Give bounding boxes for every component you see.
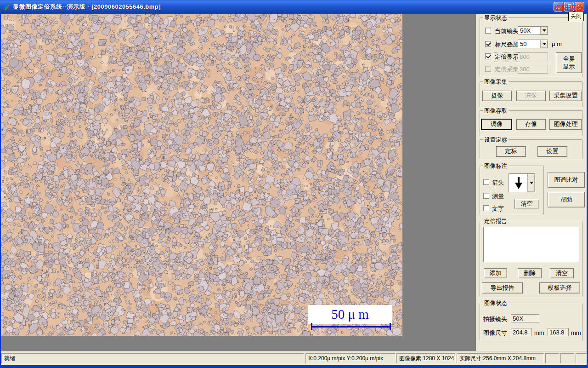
fullscreen-button-line1: 全屏 [563,55,575,63]
down-arrow-icon [514,176,524,190]
shoot-button[interactable]: 摄像 [482,91,512,101]
arrow-label: 箭头 [492,178,504,187]
image-size-label: 图像尺寸 [483,329,507,337]
fixed-capture-input: 300 [518,65,548,74]
report-delete-button[interactable]: 删除 [518,268,542,278]
app-icon [2,3,11,11]
group-report-title: 定倍报告 [483,218,509,225]
scalebar-label: 50 μ m [331,307,369,322]
status-pixels-text: 图像像素:1280 X 1024 [399,355,454,362]
image-width-unit: mm [534,329,544,336]
arrow-checkbox[interactable] [483,179,489,185]
annotation-clear-button[interactable]: 清空 [514,199,539,209]
scalebar-tick-left [311,323,312,330]
scale-value-select[interactable]: 50 [518,40,548,48]
fixed-display-checkbox[interactable] [485,53,491,59]
window-title: 显微图像定倍系统--演示版 - [20090602055646.bmp] [13,3,161,11]
calibrate-button[interactable]: 定标 [496,146,526,157]
scalebar-label-box: 50 μ m [308,305,392,324]
titlebar[interactable]: 显微图像定倍系统--演示版 - [20090602055646.bmp] [0,0,588,14]
group-capture-title: 图像采集 [483,78,509,86]
micrograph-image [1,14,402,336]
report-clear-button[interactable]: 清空 [550,268,574,278]
image-process-button[interactable]: 图像处理 [549,119,582,130]
scale-unit-label: μ m [552,40,562,47]
lens-used-value: 50X [511,314,539,322]
measure-checkbox[interactable] [483,193,489,199]
status-bar: 就绪 X:0.200μ m/pix Y:0.200μ m/pix 图像像素:12… [1,351,587,365]
lens-used-label: 拍摄镜头 [483,315,507,323]
window-border-bottom [0,365,588,368]
image-height-unit: mm [571,329,581,336]
export-report-button[interactable]: 导出报告 [482,282,523,293]
status-resolution: X:0.200μ m/pix Y:0.200μ m/pix [305,353,396,363]
text-label: 文字 [492,205,504,213]
status-actual-size-text: 实际尺寸:256.0mm X 204.8mm [459,355,536,362]
group-image-status-title: 图像状态 [483,299,509,307]
current-lens-value: 50X [520,27,531,34]
scalebar-tick-right [390,323,391,330]
measure-label: 测量 [492,192,504,201]
chevron-down-icon[interactable] [540,40,548,48]
scale-overlay-checkbox[interactable] [485,41,491,47]
image-height-value: 163.8 [548,328,569,336]
status-actual-size: 实际尺寸:256.0mm X 204.8mm [457,353,544,363]
chevron-down-icon[interactable] [540,27,548,34]
freeze-button: 冻像 [516,91,546,101]
close-tooltip: 关闭 [568,12,584,21]
report-listbox[interactable] [483,227,579,262]
atlas-compare-button[interactable]: 图谱比对 [548,172,585,188]
fixed-capture-checkbox [485,66,491,72]
arrow-style-select[interactable] [509,173,535,192]
load-image-button[interactable]: 调像 [481,119,512,130]
group-calibration-title: 设置定标 [483,136,509,144]
scalebar-line [311,326,391,328]
help-button[interactable]: 帮助 [548,192,585,207]
report-add-button[interactable]: 添加 [484,268,507,278]
status-ready: 就绪 [1,353,304,363]
fixed-capture-label: 定倍采集 [495,65,519,74]
status-ready-text: 就绪 [4,355,15,362]
fullscreen-button[interactable]: 全屏 显示 [556,52,582,73]
fixed-display-label: 定倍显示 [495,53,519,61]
capture-settings-button[interactable]: 采集设置 [549,91,582,101]
current-lens-label: 当前镜头 [495,27,519,35]
group-display-status-title: 显示状态 [483,14,509,22]
scale-overlay-label: 标尺叠加 [495,40,519,49]
current-lens-checkbox[interactable] [485,28,491,34]
status-empty-panel [560,353,574,363]
status-empty-panel [545,353,559,363]
fullscreen-button-line2: 显示 [563,63,575,70]
image-width-value: 204.8 [511,328,532,336]
scale-value: 50 [520,40,526,47]
calibration-setup-button[interactable]: 设置 [537,146,567,157]
app-window: 显微图像定倍系统--演示版 - [20090602055646.bmp] 绵阳仪… [0,0,588,368]
fixed-display-input: 800 [518,52,548,61]
template-select-button[interactable]: 模板选择 [539,282,580,293]
window-border-left [0,14,1,365]
group-annotation-title: 图像标注 [483,162,509,170]
status-pixels: 图像像素:1280 X 1024 [396,353,456,363]
current-lens-select[interactable]: 50X [518,26,548,35]
chevron-down-icon[interactable] [527,174,535,192]
group-storage-title: 图像存取 [483,107,509,115]
status-resolution-text: X:0.200μ m/pix Y:0.200μ m/pix [308,355,383,362]
text-checkbox[interactable] [483,205,489,211]
status-empty-panel [576,353,587,363]
save-image-button[interactable]: 存像 [516,119,546,130]
